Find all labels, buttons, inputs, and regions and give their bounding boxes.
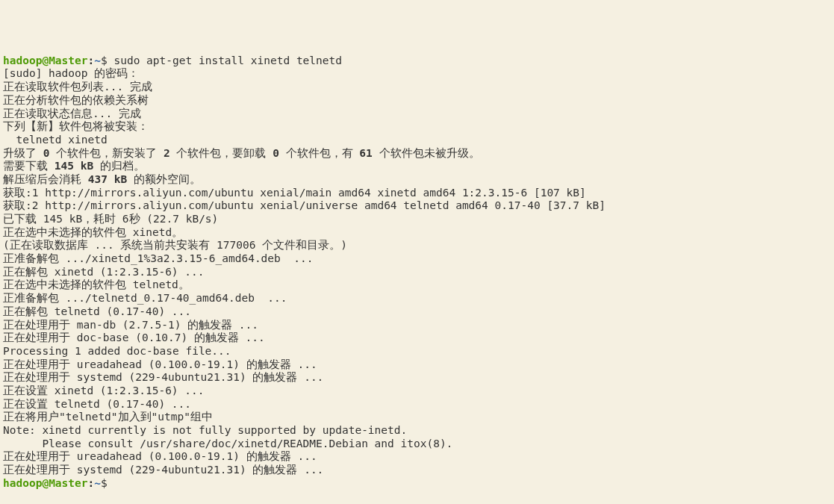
prompt-user: hadoop (3, 55, 42, 66)
output-line: 正在设置 telnetd (0.17-40) ... (3, 398, 191, 410)
prompt-at: @ (42, 55, 49, 66)
output-line: 正在处理用于 man-db (2.7.5-1) 的触发器 ... (3, 319, 258, 331)
output-line: Please consult /usr/share/doc/xinetd/REA… (3, 438, 452, 449)
output-line: telnetd xinetd (3, 134, 108, 146)
output-line: 正在解包 xinetd (1:2.3.15-6) ... (3, 266, 205, 278)
output-line: 正在处理用于 ureadahead (0.100.0-19.1) 的触发器 ..… (3, 450, 317, 462)
output-line: Processing 1 added doc-base file... (3, 345, 231, 357)
output-line: 正在处理用于 ureadahead (0.100.0-19.1) 的触发器 ..… (3, 358, 317, 370)
prompt-path: ~ (94, 55, 101, 66)
output-line: 正在解包 telnetd (0.17-40) ... (3, 305, 191, 317)
terminal-output: hadoop@Master:~$ sudo apt-get install xi… (3, 55, 831, 491)
command-input[interactable]: sudo apt-get install xinetd telnetd (113, 55, 342, 66)
output-line: 正准备解包 .../xinetd_1%3a2.3.15-6_amd64.deb … (3, 252, 313, 264)
output-line: 解压缩后会消耗 437 kB 的额外空间。 (3, 173, 201, 185)
output-line: [sudo] hadoop 的密码： (3, 67, 139, 79)
output-line: 正在设置 xinetd (1:2.3.15-6) ... (3, 385, 205, 396)
prompt-line[interactable]: hadoop@Master:~$ (3, 477, 113, 489)
prompt-user: hadoop (3, 477, 42, 489)
prompt-colon: : (88, 55, 95, 66)
prompt-path: ~ (94, 477, 101, 489)
output-line: 正在读取软件包列表... 完成 (3, 81, 152, 93)
prompt-at: @ (42, 477, 49, 489)
prompt-line[interactable]: hadoop@Master:~$ sudo apt-get install xi… (3, 55, 342, 66)
output-line: 正在分析软件包的依赖关系树 (3, 94, 149, 106)
output-line: Note: xinetd currently is not fully supp… (3, 424, 407, 436)
output-line: 正准备解包 .../telnetd_0.17-40_amd64.deb ... (3, 292, 287, 304)
output-line: 获取:2 http://mirrors.aliyun.com/ubuntu xe… (3, 199, 606, 211)
output-line: 需要下载 145 kB 的归档。 (3, 160, 145, 172)
output-line: 获取:1 http://mirrors.aliyun.com/ubuntu xe… (3, 187, 586, 199)
prompt-host: Master (49, 55, 87, 66)
output-line: 已下载 145 kB，耗时 6秒 (22.7 kB/s) (3, 213, 218, 225)
prompt-host: Master (49, 477, 87, 489)
prompt-colon: : (88, 477, 95, 489)
output-line: 下列【新】软件包将被安装： (3, 120, 149, 132)
output-line: 正在处理用于 systemd (229-4ubuntu21.31) 的触发器 .… (3, 371, 323, 383)
output-line: 正在选中未选择的软件包 xinetd。 (3, 226, 183, 238)
output-line: 正在处理用于 systemd (229-4ubuntu21.31) 的触发器 .… (3, 464, 323, 476)
prompt-symbol: $ (101, 477, 108, 489)
output-line: 正在处理用于 doc-base (0.10.7) 的触发器 ... (3, 332, 265, 343)
prompt-symbol: $ (101, 55, 108, 66)
output-line: 升级了 0 个软件包，新安装了 2 个软件包，要卸载 0 个软件包，有 61 个… (3, 147, 480, 159)
output-line: 正在将用户"telnetd"加入到"utmp"组中 (3, 411, 213, 423)
output-line: (正在读取数据库 ... 系统当前共安装有 177006 个文件和目录。) (3, 239, 347, 251)
output-line: 正在选中未选择的软件包 telnetd。 (3, 279, 190, 290)
output-line: 正在读取状态信息... 完成 (3, 108, 141, 119)
